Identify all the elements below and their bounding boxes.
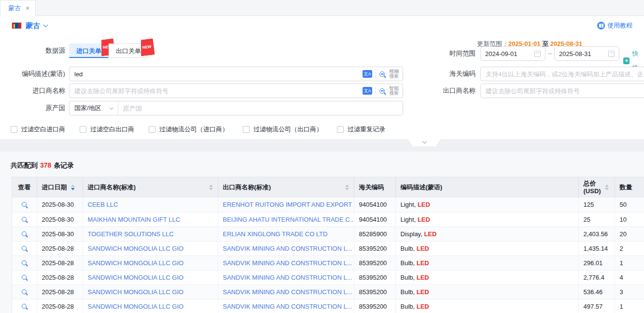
origin-select-value: 国家/地区 [74,104,101,113]
importer-link[interactable]: SANDWICH MONGOLIA LLC GIO [88,259,184,267]
sort-icons [71,185,75,190]
date-to-input[interactable]: 2025-08-31 [554,46,619,61]
time-range-label: 时间范围 [413,46,476,61]
view-record-icon[interactable] [22,260,27,265]
smart-search-icon[interactable] [379,88,385,94]
close-icon[interactable]: × [26,5,29,12]
checkbox-label: 过滤空白进口商 [21,125,65,134]
count-suffix: 条记录 [54,161,74,169]
desc-highlight: LED [424,230,436,238]
hs-code-cell: 85395200 [354,241,395,256]
importer-link[interactable]: TOGETHER SOLUTIONS LLC [88,230,174,238]
collapse-panel-handle[interactable] [408,139,441,146]
importer-input[interactable] [70,84,363,98]
hs-code-cell: 85395200 [354,299,395,313]
checkbox-filter-logistics-exporter[interactable]: 过滤物流公司（出口商） [243,125,322,134]
origin-type-select[interactable]: 国家/地区 [70,101,118,115]
importer-suffix: 文A 智能 搜索 [363,86,403,96]
exporter-link[interactable]: SANDVIK MINING AND CONSTRUCTION L... [223,274,352,281]
date-from-value: 2024-09-01 [485,50,518,57]
code-desc-cell: Bulb, LED [395,299,578,313]
tab-mongolia[interactable]: 蒙古 × [0,0,36,16]
checkbox-label: 过滤物流公司（出口商） [253,125,322,134]
tab-export-declarations[interactable]: 出口关单 NEW [109,43,148,58]
hs-code-cell: 85285900 [354,227,395,241]
view-record-icon[interactable] [22,202,27,207]
header-exporter[interactable]: 出口商名称(标准) [218,177,354,198]
import-date-cell: 2025-08-28 [37,270,83,285]
translate-icon[interactable]: 文A [363,70,372,78]
checkbox-filter-logistics-importer[interactable]: 过滤物流公司（进口商） [149,125,228,134]
view-record-icon[interactable] [22,304,27,309]
view-record-icon[interactable] [22,275,27,280]
origin-label: 原产国 [0,101,65,115]
tab-import-declarations[interactable]: 进口关单 NEW [69,43,109,58]
desc-text: Bulb, [401,274,417,281]
chevron-down-icon[interactable] [43,23,48,28]
fuzzy-search-label[interactable]: 模糊 搜索 [389,69,399,79]
desc-text: Light, [401,216,418,223]
desc-highlight: LED [417,259,429,267]
country-name: 蒙古 [26,21,40,30]
import-date-cell: 2025-08-28 [37,256,83,270]
sort-icons [345,185,349,190]
table-row: 2025-08-28 SANDWICH MONGOLIA LLC GIO SAN… [12,299,644,313]
import-date-cell: 2025-08-30 [37,212,83,227]
view-record-icon[interactable] [22,289,27,294]
header-total-usd[interactable]: 总价(USD) [578,177,615,198]
code-desc-cell: Light, LED [395,212,578,227]
import-date-cell: 2025-08-28 [37,241,83,256]
collapse-band [0,139,644,152]
fuzzy-search-icon[interactable] [379,71,385,77]
code-desc-input[interactable] [70,67,363,81]
smart-search-label[interactable]: 智能 搜索 [389,86,399,96]
exporter-link[interactable]: BEIJING AHATU INTERNATIONAL TRADE C... [223,216,354,223]
exporter-input[interactable] [481,84,644,98]
import-date-cell: 2025-08-28 [37,285,83,299]
import-tab-label: 进口关单 [76,47,101,55]
code-desc-cell: Bulb, LED [395,285,578,299]
desc-highlight: LED [417,274,429,281]
checkbox-filter-blank-exporter[interactable]: 过滤空白出口商 [80,125,134,134]
checkbox-filter-blank-importer[interactable]: 过滤空白进口商 [11,125,65,134]
origin-input[interactable] [118,101,403,115]
checkbox-filter-duplicates[interactable]: 过滤重复记录 [337,125,385,134]
code-desc-cell: Light, LED [395,198,578,212]
checkbox-label: 过滤物流公司（进口商） [159,125,228,134]
export-tab-label: 出口关单 [116,47,141,55]
sort-icons [209,185,213,190]
view-record-icon[interactable] [22,246,27,251]
importer-link[interactable]: SANDWICH MONGOLIA LLC GIO [88,245,184,252]
date-from-input[interactable]: 2024-09-01 [480,46,546,61]
view-record-icon[interactable] [22,231,27,236]
records-table: 查看 进口日期 进口商名称(标准) 出口商名称(标准) 海关编码 编码描述(蒙语… [12,177,644,313]
checkbox-icon [80,126,86,133]
total-usd-cell: 125 [578,198,615,212]
table-row: 2025-08-30 TOGETHER SOLUTIONS LLC ERLIAN… [12,227,644,241]
header-import-date[interactable]: 进口日期 [37,177,83,198]
hs-code-cell: 94054100 [354,212,395,227]
header-code-desc: 编码描述(蒙语) [395,177,578,198]
hs-code-input[interactable] [481,67,644,81]
exporter-link[interactable]: SANDVIK MINING AND CONSTRUCTION L... [223,245,352,252]
quantity-cell: 1 [615,299,644,313]
importer-link[interactable]: CEEB LLC [88,201,118,208]
view-record-icon[interactable] [22,217,27,222]
fuzzy-line2: 搜索 [389,73,399,79]
exporter-link[interactable]: ERLIAN XINGLONG TRADE CO LTD [223,230,328,238]
exporter-label: 出口商名称 [413,84,476,98]
exporter-link[interactable]: SANDVIK MINING AND CONSTRUCTION L... [223,288,352,296]
importer-link[interactable]: SANDWICH MONGOLIA LLC GIO [88,303,184,310]
header-importer[interactable]: 进口商名称(标准) [83,177,218,198]
table-row: 2025-08-30 CEEB LLC ERENHOT RUITONG IMPO… [12,198,644,212]
exporter-link[interactable]: SANDVIK MINING AND CONSTRUCTION L... [223,259,352,267]
importer-link[interactable]: SANDWICH MONGOLIA LLC GIO [88,288,184,296]
tutorial-link[interactable]: 使用教程 [597,21,632,30]
code-desc-cell: Display, LED [395,227,578,241]
exporter-link[interactable]: ERENHOT RUITONG IMPORT AND EXPORT ... [223,201,354,208]
translate-icon[interactable]: 文A [363,87,372,95]
importer-link[interactable]: SANDWICH MONGOLIA LLC GIO [88,274,184,281]
importer-link[interactable]: MAIKHAN MOUNTAIN GIFT LLC [88,216,181,223]
exporter-link[interactable]: SANDVIK MINING AND CONSTRUCTION L... [223,303,352,310]
code-desc-label: 编码描述(蒙语) [0,67,65,81]
